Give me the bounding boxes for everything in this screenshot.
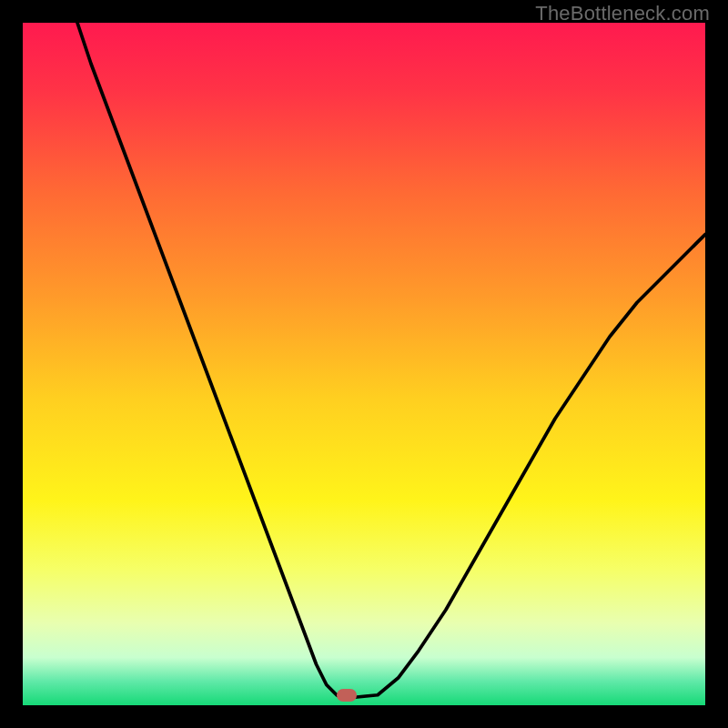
plot-area: [23, 23, 705, 705]
bottleneck-curve: [23, 23, 705, 705]
watermark-text: TheBottleneck.com: [535, 2, 710, 25]
chart-frame: TheBottleneck.com: [0, 0, 728, 728]
min-point-marker: [337, 689, 357, 702]
